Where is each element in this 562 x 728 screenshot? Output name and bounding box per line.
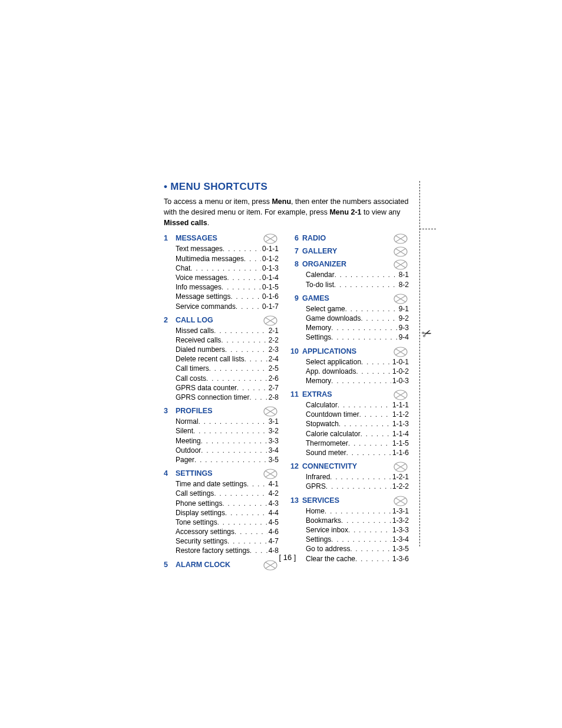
section-items: Normal3-1Silent3-2Meeting3-3Outdoor3-4Pa… (164, 417, 279, 465)
menu-item: Settings9-4 (306, 332, 409, 342)
menu-item: Thermometer1-1-5 (306, 439, 409, 448)
menu-item: Memory1-0-3 (306, 376, 409, 386)
item-label: Multimedia messages (176, 254, 244, 263)
item-code: 3-4 (267, 446, 279, 455)
menu-item: Text messages0-1-1 (176, 244, 279, 253)
item-code: 1-0-2 (391, 367, 409, 376)
item-label: Calorie calculator (306, 429, 361, 439)
item-code: 4-5 (267, 518, 279, 527)
dot-leader (247, 480, 267, 489)
menu-item: Call timers2-5 (176, 364, 279, 373)
menu-item: Normal3-1 (176, 417, 279, 426)
dot-leader (345, 305, 398, 314)
menu-item: Silent3-2 (176, 426, 279, 436)
menu-item: Call costs2-6 (176, 374, 279, 383)
item-code: 0-1-7 (261, 302, 279, 311)
item-code: 8-2 (398, 280, 409, 289)
dot-leader (244, 255, 261, 264)
item-code: 4-4 (267, 508, 279, 518)
menu-item: Dialed numbers2-3 (176, 345, 279, 354)
item-label: App. downloads (306, 367, 356, 376)
dot-leader (217, 518, 267, 528)
menu-item: Call settings4-2 (176, 489, 279, 498)
dot-leader (199, 417, 267, 427)
menu-item: Missed calls2-1 (176, 326, 279, 335)
item-code: 2-3 (267, 345, 279, 354)
section-items: Missed calls2-1Received calls2-2Dialed n… (164, 326, 279, 403)
item-label: Message settings (176, 292, 230, 301)
call-log-icon (262, 314, 279, 327)
dot-leader (331, 377, 391, 386)
item-label: Thermometer (306, 439, 348, 448)
item-label: Phone settings (176, 499, 222, 508)
item-code: 1-3-2 (391, 516, 409, 525)
item-label: Security settings (176, 536, 227, 546)
item-label: Game downloads (306, 314, 361, 323)
item-code: 0-1-5 (261, 282, 279, 292)
item-label: Outdoor (176, 446, 201, 455)
item-label: Bookmarks (306, 516, 341, 525)
dot-leader (346, 449, 391, 458)
section-number: 6 (290, 234, 302, 242)
item-label: GPRS connection timer (176, 393, 249, 402)
cut-line-horizontal (419, 229, 436, 229)
dot-leader (361, 314, 397, 324)
section-header: 13SERVICES (294, 496, 409, 505)
dot-leader (214, 489, 267, 499)
item-code: 1-2-1 (391, 472, 409, 482)
menu-item: Multimedia messages0-1-2 (176, 254, 279, 263)
item-label: Calendar (306, 270, 335, 279)
dot-leader (348, 439, 391, 449)
menu-item: Sound meter1-1-6 (306, 448, 409, 457)
item-label: Service commands (176, 302, 236, 311)
menu-item: Settings1-3-4 (306, 535, 409, 544)
item-code: 1-1-4 (391, 429, 409, 439)
item-label: Select application (306, 357, 361, 367)
item-label: Received calls (176, 335, 221, 345)
profiles-icon (262, 405, 279, 418)
menu-section: 6RADIO (294, 234, 409, 242)
connectivity-icon (392, 460, 409, 473)
dot-leader (225, 345, 267, 355)
item-label: Settings (306, 332, 331, 342)
dot-leader (206, 374, 267, 384)
item-code: 3-1 (267, 417, 279, 426)
section-number: 4 (164, 469, 176, 477)
section-header: 1MESSAGES (164, 234, 279, 242)
dot-leader (335, 271, 398, 280)
dot-leader (230, 292, 261, 302)
section-items: Select game9-1Game downloads9-2Memory9-3… (294, 304, 409, 342)
item-code: 4-3 (267, 499, 279, 508)
dot-leader (356, 367, 391, 377)
applications-icon (392, 345, 409, 358)
item-label: Silent (176, 426, 193, 436)
section-header: 2CALL LOG (164, 316, 279, 324)
item-code: 1-1-1 (391, 400, 409, 410)
item-code: 0-1-6 (261, 292, 279, 301)
intro-text: To access a menu or item, press Menu, th… (164, 196, 411, 228)
section-number: 13 (290, 496, 302, 505)
dot-leader (339, 420, 391, 429)
item-code: 0-1-4 (261, 273, 279, 282)
item-code: 1-0-3 (391, 376, 409, 386)
section-header: 7GALLERY (294, 247, 409, 255)
dot-leader (201, 437, 267, 446)
item-code: 1-3-4 (391, 535, 409, 544)
menu-item: Select game9-1 (306, 304, 409, 314)
menu-item: Calculator1-1-1 (306, 400, 409, 410)
menu-item: Calendar8-1 (306, 270, 409, 279)
item-code: 3-2 (267, 426, 279, 436)
dot-leader (338, 401, 391, 410)
menu-section: 3PROFILESNormal3-1Silent3-2Meeting3-3Out… (164, 407, 279, 465)
item-label: Stopwatch (306, 419, 339, 429)
item-label: Service inbox (306, 525, 348, 535)
menu-section: 1MESSAGESText messages0-1-1Multimedia me… (164, 234, 279, 311)
section-number: 7 (290, 247, 302, 255)
item-label: Accessory settings (176, 527, 234, 536)
menu-item: To-do list8-2 (306, 280, 409, 289)
dot-leader (331, 324, 397, 333)
radio-icon (392, 232, 409, 245)
menu-section: 2CALL LOGMissed calls2-1Received calls2-… (164, 316, 279, 403)
item-label: Infrared (306, 472, 330, 482)
menu-item: Phone settings4-3 (176, 499, 279, 508)
